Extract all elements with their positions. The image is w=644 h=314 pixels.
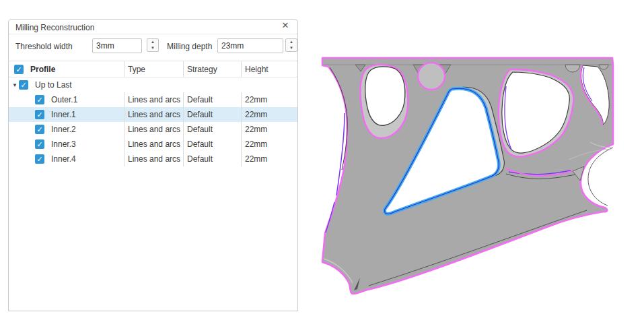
header-profile: ✓ Profile — [9, 65, 124, 74]
profile-type: Lines and arcs — [124, 107, 183, 122]
expander-icon[interactable]: ▼ — [11, 82, 19, 88]
profile-column-label: Profile — [30, 65, 55, 74]
profile-type: Lines and arcs — [124, 92, 183, 107]
profile-name: Inner.3 — [51, 139, 76, 149]
row-checkbox[interactable]: ✓ — [35, 110, 44, 119]
profile-type: Lines and arcs — [124, 137, 183, 152]
profile-type: Lines and arcs — [124, 152, 183, 166]
table-group-row[interactable]: ▼ ✓ Up to Last — [9, 77, 297, 92]
group-checkbox[interactable]: ✓ — [19, 80, 28, 90]
dialog-titlebar: Milling Reconstruction ✕ — [9, 20, 297, 32]
threshold-width-stepper: ▲ ▼ — [147, 38, 159, 52]
profile-name: Inner.2 — [51, 125, 76, 134]
profile-strategy: Default — [183, 92, 241, 107]
spin-down-icon[interactable]: ▼ — [147, 45, 158, 51]
type-column-label: Type — [124, 61, 183, 77]
profile-name: Inner.1 — [51, 110, 76, 119]
table-row[interactable]: ✓ Inner.3 Lines and arcs Default 22mm — [9, 137, 297, 152]
profile-strategy: Default — [183, 122, 241, 137]
app-window: { "panel": { "title": "Milling Reconstru… — [0, 0, 644, 314]
profiles-table: ✓ Profile Type Strategy Height ▼ ✓ Up to… — [9, 61, 297, 166]
row-checkbox[interactable]: ✓ — [35, 139, 44, 149]
profile-height: 22mm — [241, 122, 297, 137]
table-row[interactable]: ✓ Inner.2 Lines and arcs Default 22mm — [9, 122, 297, 137]
threshold-width-label: Threshold width — [15, 42, 73, 51]
milling-reconstruction-dialog: Milling Reconstruction ✕ Threshold width… — [8, 19, 298, 311]
profile-strategy: Default — [183, 107, 241, 122]
group-label: Up to Last — [35, 80, 72, 90]
milling-depth-input[interactable] — [217, 38, 283, 53]
profile-circle-boss[interactable] — [418, 63, 445, 90]
profile-height: 22mm — [241, 152, 297, 166]
table-header-row: ✓ Profile Type Strategy Height — [9, 61, 297, 77]
milling-depth-label: Milling depth — [167, 42, 212, 51]
profile-strategy: Default — [183, 137, 241, 152]
profile-height: 22mm — [241, 137, 297, 152]
select-all-checkbox[interactable]: ✓ — [14, 65, 24, 74]
profile-strategy: Default — [183, 152, 241, 166]
row-checkbox[interactable]: ✓ — [35, 95, 44, 104]
threshold-width-input[interactable] — [92, 38, 142, 53]
row-checkbox[interactable]: ✓ — [35, 125, 44, 134]
table-row[interactable]: ✓ Outer.1 Lines and arcs Default 22mm — [9, 92, 297, 107]
profile-type: Lines and arcs — [124, 122, 183, 137]
profile-name: Outer.1 — [51, 95, 77, 104]
table-row-selected[interactable]: ✓ Inner.1 Lines and arcs Default 22mm — [9, 107, 297, 122]
spin-up-icon[interactable]: ▲ — [147, 39, 158, 45]
spin-up-icon[interactable]: ▲ — [286, 39, 297, 45]
close-icon[interactable]: ✕ — [280, 20, 291, 31]
spin-down-icon[interactable]: ▼ — [286, 45, 297, 51]
profile-height: 22mm — [241, 107, 297, 122]
profile-name: Inner.4 — [51, 154, 76, 164]
milling-depth-stepper: ▲ ▼ — [285, 38, 297, 52]
profile-height: 22mm — [241, 92, 297, 107]
row-checkbox[interactable]: ✓ — [35, 154, 44, 164]
dialog-title: Milling Reconstruction — [15, 23, 94, 32]
table-row[interactable]: ✓ Inner.4 Lines and arcs Default 22mm — [9, 152, 297, 166]
strategy-column-label: Strategy — [183, 61, 241, 77]
height-column-label: Height — [241, 61, 297, 77]
controls-row: Threshold width ▲ ▼ Milling depth ▲ ▼ — [9, 34, 297, 59]
